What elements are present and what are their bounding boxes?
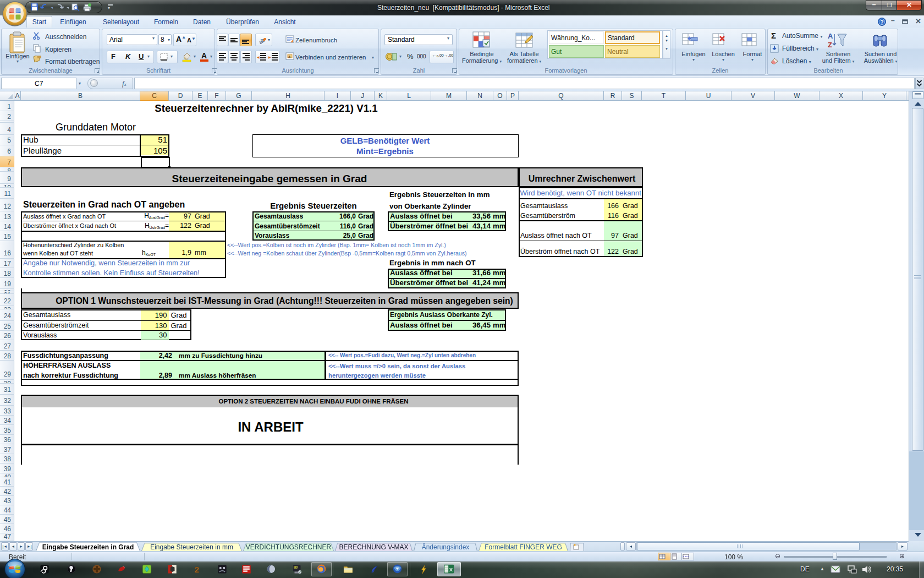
- svg-text:Z: Z: [828, 41, 832, 49]
- svg-text:99: 99: [294, 566, 298, 569]
- svg-text:?: ?: [880, 19, 883, 25]
- svg-text:X: X: [449, 566, 453, 572]
- svg-text:ab: ab: [257, 37, 266, 46]
- svg-text:A: A: [828, 32, 833, 40]
- svg-text:2: 2: [195, 564, 200, 574]
- svg-text:a: a: [288, 54, 290, 58]
